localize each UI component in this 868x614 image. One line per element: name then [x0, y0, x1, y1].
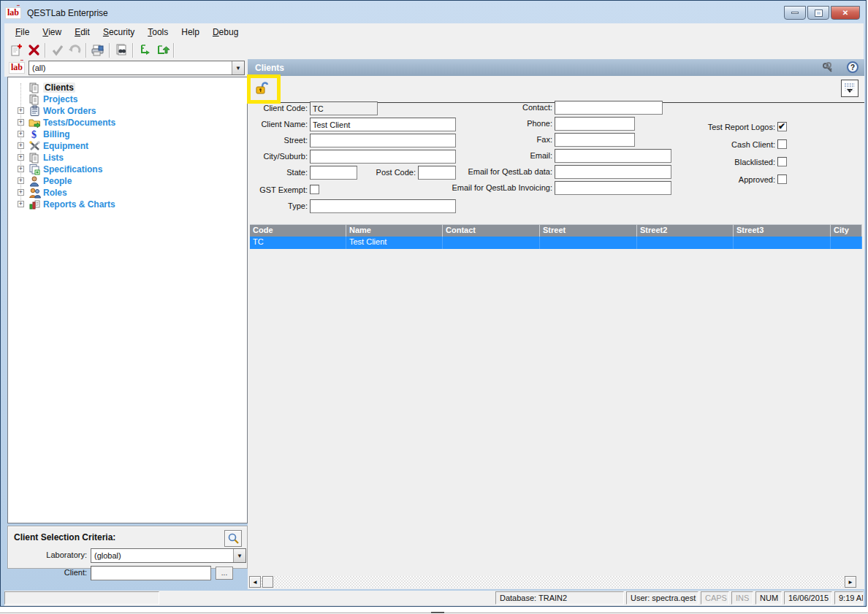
tree-item-projects[interactable]: Projects [8, 93, 247, 105]
screen: lab QESTLab Enterprise ✕ File View Edit … [0, 0, 868, 614]
expand-plus-icon[interactable]: + [18, 119, 24, 126]
cash-client-checkbox[interactable] [777, 139, 787, 149]
tree-item-work-orders[interactable]: + Work Orders [8, 105, 247, 117]
scrollbar-thumb[interactable] [262, 576, 273, 588]
status-ins: INS [731, 591, 753, 605]
column-header-name[interactable]: Name [346, 224, 443, 237]
column-header-city[interactable]: City [831, 224, 862, 237]
chevron-down-icon[interactable]: ▼ [233, 549, 245, 562]
search-button[interactable] [224, 530, 242, 547]
new-record-icon [9, 43, 23, 57]
expand-plus-icon[interactable]: + [18, 131, 24, 137]
cell-street3[interactable] [734, 237, 831, 249]
approved-label: Approved: [686, 175, 775, 184]
list-icon [28, 82, 41, 93]
tree-item-label: Work Orders [43, 106, 96, 116]
tree-item-equipment[interactable]: + Equipment [8, 140, 247, 152]
column-header-street2[interactable]: Street2 [637, 224, 734, 237]
gst-exempt-checkbox[interactable] [310, 185, 319, 194]
help-button[interactable]: ? [847, 61, 859, 73]
expand-plus-icon[interactable]: + [18, 189, 24, 196]
search-icon [227, 532, 240, 545]
column-header-code[interactable]: Code [250, 224, 346, 237]
tree-item-people[interactable]: + People [8, 175, 247, 187]
column-header-street3[interactable]: Street3 [734, 224, 831, 237]
client-name-label: Client Name: [248, 120, 308, 128]
expand-plus-icon[interactable]: + [18, 177, 24, 184]
question-icon: ? [850, 64, 855, 72]
minimize-button[interactable] [784, 6, 806, 20]
expand-plus-icon[interactable]: + [18, 142, 24, 149]
tree-item-roles[interactable]: + Roles [8, 187, 247, 199]
tree-item-lists[interactable]: + Lists [8, 152, 247, 164]
delete-button[interactable] [25, 42, 42, 58]
scope-combobox[interactable]: (all) ▼ [28, 61, 245, 75]
tree-item-label: Lists [43, 153, 64, 163]
cell-street[interactable] [540, 237, 637, 249]
tree-item-reports-charts[interactable]: + Reports & Charts [8, 199, 247, 210]
undo-button[interactable] [66, 42, 83, 58]
cell-street2[interactable] [637, 237, 734, 249]
grid-row-selected[interactable]: TC Test Client [250, 237, 862, 249]
email-input[interactable] [555, 149, 671, 163]
tree-item-tests-documents[interactable]: + Tests/Documents [8, 117, 247, 128]
blacklisted-label: Blacklisted: [686, 158, 775, 166]
blacklisted-checkbox[interactable] [777, 157, 787, 166]
client-criteria-input[interactable] [91, 566, 211, 580]
expand-plus-icon[interactable]: + [18, 107, 24, 114]
client-selection-criteria-panel: Client Selection Criteria: Laboratory: (… [7, 526, 248, 569]
cell-city[interactable] [831, 237, 862, 249]
type-input[interactable] [310, 199, 456, 213]
status-date: 16/06/2015 [784, 591, 832, 605]
state-label: State: [248, 168, 308, 177]
transfer-home-button[interactable] [153, 42, 171, 58]
print-button[interactable] [89, 42, 107, 58]
phone-input[interactable] [555, 117, 635, 131]
test-report-logos-checkbox[interactable] [777, 122, 787, 131]
horizontal-scrollbar[interactable]: ◄ ► [249, 576, 856, 588]
scroll-left-button[interactable]: ◄ [249, 576, 261, 588]
maximize-button[interactable] [807, 6, 829, 20]
approved-checkbox[interactable] [777, 174, 787, 184]
chevron-down-icon[interactable]: ▼ [232, 61, 244, 74]
laboratory-combobox[interactable]: (global) ▼ [91, 548, 246, 563]
lab-scope-icon: lab [9, 62, 25, 74]
menu-debug[interactable]: Debug [206, 25, 245, 39]
menu-help[interactable]: Help [175, 25, 206, 39]
tree-item-clients[interactable]: Clients [8, 82, 247, 93]
toggle-form-view-button[interactable] [841, 80, 859, 97]
find-button[interactable] [113, 42, 130, 58]
cell-code[interactable]: TC [250, 237, 346, 249]
cell-contact[interactable] [443, 237, 540, 249]
client-code-input[interactable] [310, 101, 378, 115]
window-controls: ✕ [784, 6, 860, 20]
tree-item-billing[interactable]: + $ Billing [8, 128, 247, 140]
fax-input[interactable] [555, 133, 635, 147]
scroll-right-button[interactable]: ► [845, 576, 856, 588]
undo-icon [68, 43, 82, 57]
menu-edit[interactable]: Edit [68, 25, 96, 39]
tree-item-specifications[interactable]: + Specifications [8, 164, 247, 175]
close-button[interactable]: ✕ [831, 6, 860, 20]
keys-icon[interactable] [822, 62, 835, 73]
confirm-button[interactable] [48, 42, 66, 58]
menu-file[interactable]: File [9, 25, 36, 39]
menu-security[interactable]: Security [96, 25, 141, 39]
email-qestlab-invoicing-input[interactable] [555, 181, 671, 195]
new-record-button[interactable] [7, 42, 25, 58]
transfer-out-button[interactable] [136, 42, 153, 58]
column-header-contact[interactable]: Contact [443, 224, 540, 237]
tree-item-label: Reports & Charts [43, 199, 115, 210]
cell-name[interactable]: Test Client [346, 237, 443, 249]
state-input[interactable] [310, 166, 357, 180]
menu-tools[interactable]: Tools [141, 25, 175, 39]
expand-plus-icon[interactable]: + [18, 166, 24, 172]
contact-input[interactable] [555, 101, 663, 115]
expand-plus-icon[interactable]: + [18, 201, 24, 207]
email-qestlab-data-input[interactable] [555, 165, 671, 179]
browse-ellipsis-button[interactable]: ... [216, 567, 233, 580]
menu-view[interactable]: View [36, 25, 68, 39]
folder-arrow-icon [28, 117, 41, 128]
column-header-street[interactable]: Street [540, 224, 637, 237]
expand-plus-icon[interactable]: + [18, 154, 24, 161]
